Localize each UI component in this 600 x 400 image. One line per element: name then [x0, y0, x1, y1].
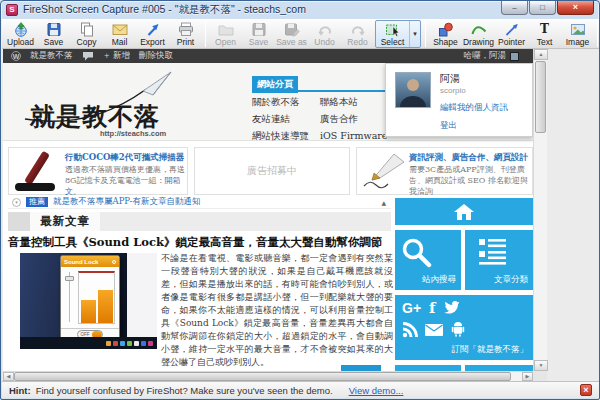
facebook-icon: f: [429, 299, 435, 317]
section-title: 最新文章: [30, 212, 100, 231]
close-button[interactable]: ×: [557, 1, 594, 15]
print-icon: [178, 22, 194, 37]
banner-services: 資訊評測、廣告合作、網頁設計 需要3C產品或APP評測、刊登廣告、網頁設計或 S…: [356, 147, 533, 195]
admin-bar-greeting[interactable]: 哈囉，阿湯: [464, 50, 507, 62]
banner-coco-title[interactable]: 行動COCO棒2代可攜式掃描器: [65, 152, 184, 164]
save-as-icon: [284, 22, 300, 37]
sidebar-tile-search[interactable]: 站內搜尋: [395, 230, 461, 290]
capture-canvas: W 就是教不落 ＋新增 刪除快取 哈囉，阿湯 就是教不落 http://stea…: [2, 49, 599, 381]
home-icon: [454, 204, 474, 220]
minimize-button[interactable]: –: [501, 1, 528, 15]
search-tile-label: 站內搜尋: [422, 274, 456, 286]
admin-bar-new-button[interactable]: ＋新增: [103, 50, 131, 62]
volume-meter: [78, 271, 115, 324]
nav-link-friends[interactable]: 友站連結: [252, 113, 290, 126]
undo-icon: [317, 22, 333, 37]
minimize-icon: –: [512, 4, 516, 12]
text-button[interactable]: T Text: [528, 20, 561, 48]
scroll-left-button[interactable]: ◀: [3, 372, 14, 381]
open-button[interactable]: Open: [209, 20, 242, 48]
save-icon: [46, 22, 62, 37]
mini-avatar: [510, 52, 519, 61]
comments-icon[interactable]: [82, 51, 94, 61]
image-icon: [570, 22, 586, 37]
image-button[interactable]: Image: [561, 20, 594, 48]
shape-icon: [438, 22, 454, 37]
text-tool-icon: T: [537, 22, 553, 37]
captured-webpage: W 就是教不落 ＋新增 刪除快取 哈囉，阿湯 就是教不落 http://stea…: [3, 49, 533, 371]
select-dropdown-arrow[interactable]: ▾: [409, 21, 420, 47]
sidebar-tile-categories[interactable]: 文章分類: [465, 230, 533, 290]
shape-button[interactable]: Shape: [429, 20, 462, 48]
export-button[interactable]: Export: [136, 20, 169, 48]
close-icon: ×: [573, 3, 578, 12]
section-header-segment: [8, 212, 30, 231]
print-button[interactable]: Print: [169, 20, 202, 48]
edit-profile-link[interactable]: 編輯我的個人資訊: [440, 102, 508, 114]
wp-admin-bar: W 就是教不落 ＋新增 刪除快取 哈囉，阿湯: [3, 49, 533, 63]
sidebar-tile-home[interactable]: [395, 198, 533, 225]
save-file-icon: [251, 22, 267, 37]
google-plus-icon: G+: [402, 300, 421, 316]
copy-button[interactable]: Copy: [70, 20, 103, 48]
maximize-icon: □: [540, 4, 545, 12]
promo-app-link[interactable]: 就是教不落專屬APP-有新文章自動通知: [53, 196, 200, 208]
article-thumbnail[interactable]: Sound Lock OFF: [20, 253, 157, 349]
scroll-up-button[interactable]: ▲: [534, 49, 548, 60]
sidebar-tile-subscribe[interactable]: G+ f 訂閱「就是教不落」: [395, 295, 533, 360]
select-icon: [385, 22, 401, 37]
banner-coco-text: 透過教不落購買價格更優惠，再送8G記憶卡及充電電池一組：開箱文。: [65, 164, 185, 197]
soundlock-title: Sound Lock: [64, 259, 98, 265]
redo-button[interactable]: Redo: [341, 20, 374, 48]
user-avatar: [395, 72, 431, 108]
undo-button[interactable]: Undo: [308, 20, 341, 48]
save-as-button[interactable]: Save as: [275, 20, 308, 48]
vertical-scrollbar[interactable]: ▲ ▼: [533, 49, 547, 371]
upload-button[interactable]: Upload: [4, 20, 37, 48]
banner-services-text: 需要3C產品或APP評測、刊登廣告、網頁設計或 SEO 排名歡迎與我洽詢: [409, 164, 529, 197]
categories-tile-label: 文章分類: [494, 274, 528, 286]
section-header-bar: 最新文章: [8, 212, 391, 231]
nav-link-about[interactable]: 關於教不落: [252, 96, 300, 109]
maximize-button[interactable]: □: [529, 1, 556, 15]
nav-link-contact[interactable]: 聯絡本站: [320, 96, 358, 109]
mail-icon: [112, 22, 128, 37]
nav-link-sitemap[interactable]: 網站快速導覽: [252, 130, 309, 143]
admin-bar-clear-cache[interactable]: 刪除快取: [139, 50, 173, 62]
horizontal-scroll-thumb[interactable]: [14, 372, 511, 381]
twitter-bird-icon: [443, 300, 463, 315]
vertical-scroll-thumb[interactable]: [535, 61, 546, 133]
promo-bar: ▾ 推薦 就是教不落專屬APP-有新文章自動通知 ▲: [8, 196, 391, 209]
pointer-button[interactable]: Pointer: [495, 20, 528, 48]
dismiss-hint-button[interactable]: ×: [580, 384, 592, 396]
scanner-product-image: [13, 150, 63, 194]
nav-link-ads[interactable]: 廣告合作: [320, 113, 358, 126]
banner-services-title[interactable]: 資訊評測、廣告合作、網頁設計: [409, 152, 528, 164]
wordpress-icon[interactable]: W: [11, 51, 21, 61]
taskbar-tray: [20, 337, 157, 349]
save-file-button[interactable]: Save: [242, 20, 275, 48]
mail-button[interactable]: Mail: [103, 20, 136, 48]
soundlock-window: Sound Lock OFF: [60, 255, 120, 341]
article-title[interactable]: 音量控制工具《Sound Lock》鎖定最高音量，音量太大聲自動幫你調節: [8, 235, 392, 250]
fireshot-app-icon: S: [6, 4, 18, 16]
user-menu-dropdown: 阿湯 scorpio 編輯我的個人資訊 登出: [385, 63, 533, 137]
nav-link-ios-firmware[interactable]: iOS Firmware: [320, 130, 388, 141]
toolbar-separator: [597, 21, 598, 47]
nav-underline: [252, 90, 391, 92]
select-button[interactable]: Select: [376, 21, 409, 47]
collapse-up-icon[interactable]: ▲: [381, 199, 386, 206]
admin-bar-site-name[interactable]: 就是教不落: [30, 50, 73, 62]
logout-link[interactable]: 登出: [440, 120, 457, 132]
drawing-button[interactable]: Drawing: [462, 20, 495, 48]
collapse-toggle-icon[interactable]: ▾: [12, 198, 21, 207]
scrollbar-corner: [533, 371, 547, 381]
scroll-down-button[interactable]: ▼: [534, 360, 548, 371]
save-button[interactable]: Save: [37, 20, 70, 48]
android-icon: [450, 321, 466, 337]
scroll-right-button[interactable]: ▶: [522, 372, 533, 381]
subscribe-tile-label: 訂閱「就是教不落」: [452, 344, 529, 356]
horizontal-scrollbar[interactable]: ◀ ▶: [3, 371, 533, 381]
titlebar: S FireShot Screen Capture #005 - "就是教不落"…: [1, 1, 599, 19]
view-demo-link[interactable]: View demo...: [349, 385, 404, 396]
